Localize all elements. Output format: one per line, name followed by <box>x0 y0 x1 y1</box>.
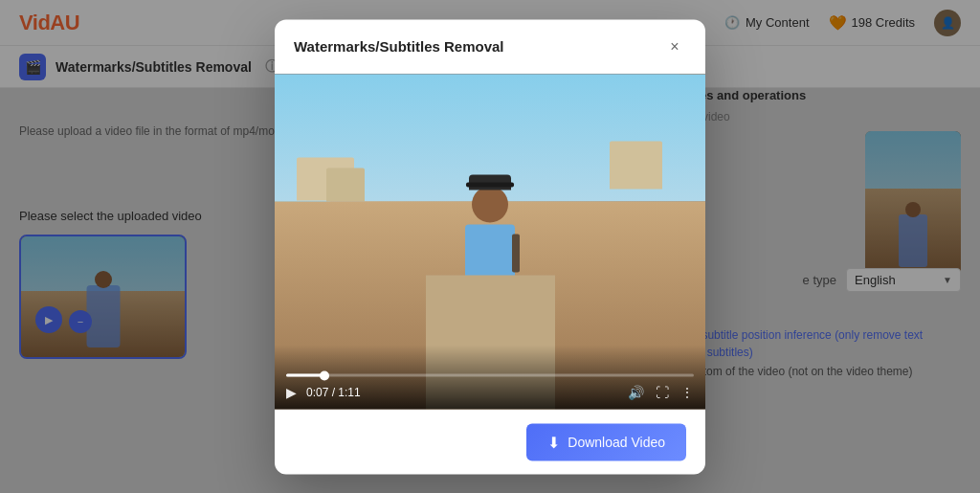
progress-bar[interactable] <box>286 373 694 376</box>
modal-close-button[interactable]: × <box>663 34 686 57</box>
download-button-label: Download Video <box>568 435 665 450</box>
play-pause-button[interactable]: ▶ <box>286 384 297 399</box>
controls-row: ▶ 0:07 / 1:11 🔊 ⛶ ⋮ <box>286 384 694 399</box>
download-icon: ⬇ <box>547 433 560 451</box>
person-head <box>472 187 508 223</box>
video-player[interactable]: ▶ 0:07 / 1:11 🔊 ⛶ ⋮ <box>275 74 705 409</box>
close-icon: × <box>670 37 679 55</box>
modal-header: Watermarks/Subtitles Removal × <box>275 19 705 74</box>
modal-footer: ⬇ Download Video <box>275 409 705 474</box>
download-video-button[interactable]: ⬇ Download Video <box>526 423 686 460</box>
building-2 <box>326 168 365 201</box>
time-display: 0:07 / 1:11 <box>306 385 618 398</box>
more-options-icon[interactable]: ⋮ <box>680 384 694 399</box>
controls-right: 🔊 ⛶ ⋮ <box>628 384 694 399</box>
volume-icon[interactable]: 🔊 <box>628 384 644 399</box>
building-3 <box>610 141 662 189</box>
fullscreen-icon[interactable]: ⛶ <box>656 384 669 399</box>
modal-title: Watermarks/Subtitles Removal <box>294 38 504 55</box>
video-controls: ▶ 0:07 / 1:11 🔊 ⛶ ⋮ <box>275 345 705 409</box>
bag-strap <box>512 235 520 273</box>
progress-dot <box>320 370 329 380</box>
modal-dialog: Watermarks/Subtitles Removal × <box>275 19 705 474</box>
hat-brim <box>466 183 514 188</box>
